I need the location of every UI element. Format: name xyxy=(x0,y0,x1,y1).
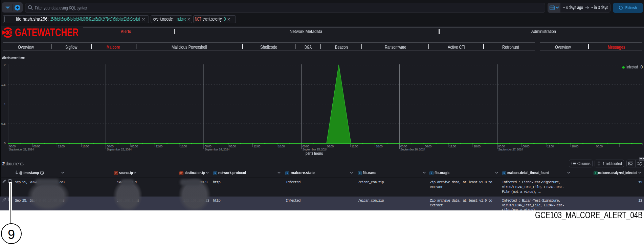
svg-text:06:00: 06:00 xyxy=(34,144,40,148)
svg-text:18:00: 18:00 xyxy=(82,144,89,148)
svg-text:12:00: 12:00 xyxy=(351,144,358,148)
svg-text:12:00: 12:00 xyxy=(449,144,456,148)
svg-text:18:00: 18:00 xyxy=(180,144,187,148)
svg-text:12:00: 12:00 xyxy=(156,144,162,148)
svg-text:06:00: 06:00 xyxy=(523,144,529,148)
svg-text:1: 1 xyxy=(4,102,6,106)
svg-text:0.5: 0.5 xyxy=(1,122,6,125)
svg-text:18:00: 18:00 xyxy=(278,144,285,148)
svg-text:12:00: 12:00 xyxy=(58,144,65,148)
svg-text:September 27, 2024: September 27, 2024 xyxy=(498,147,523,151)
svg-text:0: 0 xyxy=(4,141,6,145)
svg-text:2: 2 xyxy=(4,63,6,67)
svg-text:September 22, 2024: September 22, 2024 xyxy=(9,147,34,151)
svg-text:06:00: 06:00 xyxy=(327,144,334,148)
svg-text:00:00: 00:00 xyxy=(596,144,603,148)
svg-text:06:00: 06:00 xyxy=(425,144,431,148)
svg-text:September 25, 2024: September 25, 2024 xyxy=(303,147,328,151)
svg-text:1.5: 1.5 xyxy=(1,83,6,86)
svg-text:12:00: 12:00 xyxy=(547,144,554,148)
svg-text:18:00: 18:00 xyxy=(572,144,578,148)
svg-text:12:00: 12:00 xyxy=(253,144,260,148)
svg-text:September 24, 2024: September 24, 2024 xyxy=(205,147,230,151)
svg-text:06:00: 06:00 xyxy=(131,144,138,148)
svg-text:September 23, 2024: September 23, 2024 xyxy=(107,147,132,151)
svg-text:18:00: 18:00 xyxy=(474,144,481,148)
svg-text:18:00: 18:00 xyxy=(376,144,383,148)
svg-text:September 26, 2024: September 26, 2024 xyxy=(400,147,425,151)
svg-text:06:00: 06:00 xyxy=(229,144,236,148)
